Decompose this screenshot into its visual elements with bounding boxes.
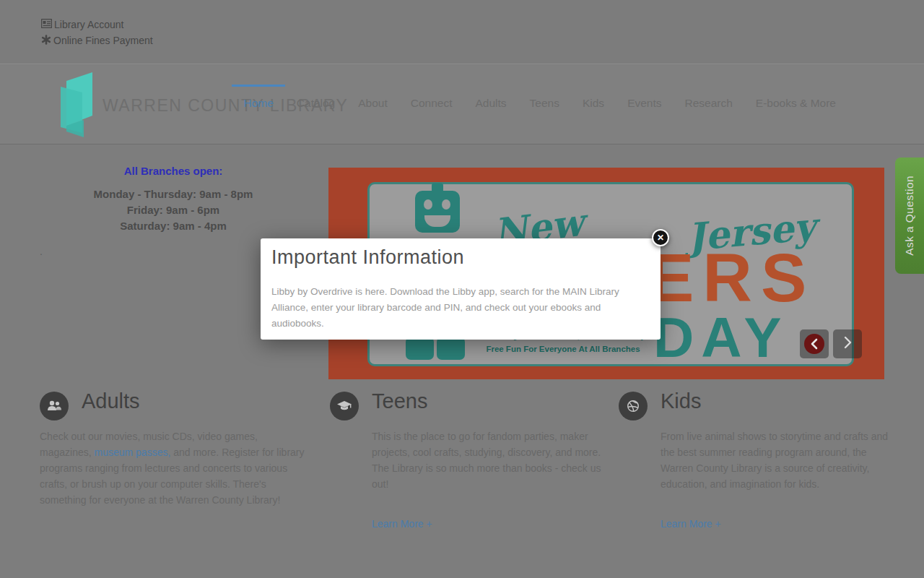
nav-item-catalog[interactable]: Catalog xyxy=(285,85,346,110)
kids-description: From live animal shows to storytime and … xyxy=(661,428,893,492)
kids-heading: Kids xyxy=(661,389,893,413)
library-logo[interactable] xyxy=(58,71,100,140)
adults-description: Check out our movies, music CDs, video g… xyxy=(40,428,308,508)
nav-item-events[interactable]: Events xyxy=(616,85,673,110)
kids-section: Kids From live animal shows to storytime… xyxy=(619,387,893,530)
carousel-prev-button[interactable] xyxy=(800,329,829,358)
teens-description: This is the place to go for fandom parti… xyxy=(372,428,604,492)
site-header: WARREN COUNTY LIBRARY Home Catalog About… xyxy=(0,65,924,144)
library-account-label: Library Account xyxy=(54,19,124,30)
nav-item-teens[interactable]: Teens xyxy=(518,85,571,110)
nav-item-home[interactable]: Home xyxy=(232,85,284,110)
online-fines-label: Online Fines Payment xyxy=(53,35,153,46)
banner-subtagline: Free Fun For Everyone At All Branches xyxy=(393,345,733,353)
close-icon[interactable]: ✕ xyxy=(652,229,669,246)
modal-body-text: Libby by Overdrive is here. Download the… xyxy=(271,284,650,332)
ask-a-question-label: Ask a Question xyxy=(903,176,916,256)
nav-item-adults[interactable]: Adults xyxy=(464,85,518,110)
teens-learn-more-link[interactable]: Learn More + xyxy=(372,518,432,530)
nav-item-ebooks[interactable]: E-books & More xyxy=(744,85,847,110)
fines-asterisk-icon xyxy=(41,35,51,47)
top-utility-bar: Library Account Online Fines Payment xyxy=(0,0,924,64)
graduation-cap-icon xyxy=(330,392,359,420)
kids-learn-more-link[interactable]: Learn More + xyxy=(661,518,721,530)
nav-item-connect[interactable]: Connect xyxy=(399,85,464,110)
robot-icon xyxy=(415,191,460,233)
branch-hours: All Branches open: Monday - Thursday: 9a… xyxy=(40,165,307,234)
hours-title: All Branches open: xyxy=(40,165,307,177)
nav-item-about[interactable]: About xyxy=(346,85,399,110)
adults-heading: Adults xyxy=(82,389,308,413)
nav-item-research[interactable]: Research xyxy=(674,85,744,110)
museum-passes-link[interactable]: museum passes, xyxy=(94,447,170,458)
ball-icon xyxy=(619,392,648,420)
ask-a-question-tab[interactable]: Ask a Question xyxy=(895,158,924,274)
adults-section: Adults Check out our movies, music CDs, … xyxy=(40,387,308,508)
carousel-next-button[interactable] xyxy=(833,329,862,358)
nav-item-kids[interactable]: Kids xyxy=(571,85,616,110)
hours-line-friday: Friday: 9am - 6pm xyxy=(40,202,307,218)
library-card-icon xyxy=(41,19,52,30)
hours-line-mon-thu: Monday - Thursday: 9am - 8pm xyxy=(40,186,307,202)
users-icon xyxy=(40,392,69,420)
hours-line-saturday: Saturday: 9am - 4pm xyxy=(40,218,307,234)
teens-section: Teens This is the place to go for fandom… xyxy=(330,387,604,530)
online-fines-link[interactable]: Online Fines Payment xyxy=(41,33,924,48)
main-nav: Home Catalog About Connect Adults Teens … xyxy=(232,85,847,110)
teens-heading: Teens xyxy=(372,389,604,413)
library-account-link[interactable]: Library Account xyxy=(41,17,924,33)
modal-title: Important Information xyxy=(271,246,650,269)
chevron-left-icon xyxy=(804,334,824,354)
stray-period: . xyxy=(40,246,43,257)
chevron-right-icon xyxy=(842,335,853,353)
important-information-modal: Important Information Libby by Overdrive… xyxy=(261,238,661,340)
